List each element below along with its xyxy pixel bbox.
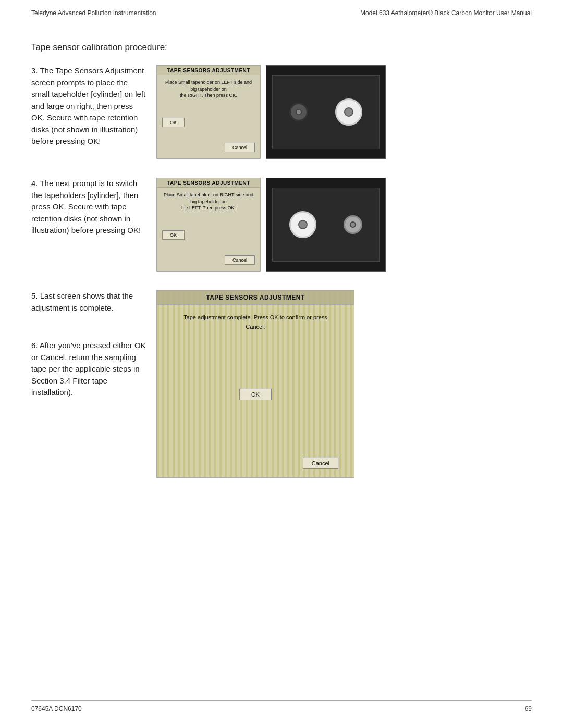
steps-5-6-block: 5. Last screen shows that the adjustment… [31,290,532,478]
step-4-spool-right [344,215,362,234]
step-4-screen: TAPE SENSORS ADJUSTMENT Place Small tape… [156,178,261,272]
step-4-cancel-button[interactable]: Cancel [225,255,255,265]
large-screen-ok-button[interactable]: OK [239,389,272,400]
large-screen-ok-wrapper: OK [167,389,344,400]
large-screen-spacer2 [167,411,344,458]
step-3-photo [266,65,386,159]
step-3-cancel-button[interactable]: Cancel [225,143,255,152]
step-3-images: TAPE SENSORS ADJUSTMENT Place Small tape… [156,65,386,159]
step-4-spool-left [289,211,316,238]
step-4-ok-button[interactable]: OK [162,230,185,240]
step-5-label: 5. Last screen shows that the adjustment… [31,291,133,312]
step-4-label: 4. The next prompt is to switch the tape… [31,179,141,235]
page-header: Teledyne Advanced Pollution Instrumentat… [0,0,563,21]
step-4-block: 4. The next prompt is to switch the tape… [31,178,532,272]
large-screen-message: Tape adjustment complete. Press OK to co… [167,313,344,331]
step-3-screen-buttons: OK [162,118,255,130]
step-4-photo [266,178,386,272]
step-4-screen-message: Place Small tapeholder on RIGHT side and… [162,192,255,212]
large-screen: TAPE SENSORS ADJUSTMENT Tape adjustment … [156,290,354,478]
step-3-block: 3. The Tape Sensors Adjustment screen pr… [31,65,532,159]
step-3-screen-body: Place Small tapeholder on LEFT side and … [157,75,260,158]
footer-right: 69 [525,705,532,712]
header-left: Teledyne Advanced Pollution Instrumentat… [31,9,156,17]
section-title: Tape sensor calibration procedure: [31,42,532,53]
step-3-screen: TAPE SENSORS ADJUSTMENT Place Small tape… [156,65,261,159]
step-3-text: 3. The Tape Sensors Adjustment screen pr… [31,65,146,147]
large-screen-body: Tape adjustment complete. Press OK to co… [157,305,354,477]
main-content: Tape sensor calibration procedure: 3. Th… [0,21,563,530]
step-3-spool-right [335,98,362,126]
header-right: Model 633 Aethalometer® Black Carbon Mon… [360,9,532,17]
footer-left: 07645A DCN6170 [31,705,82,712]
step-3-label: 3. The Tape Sensors Adjustment screen pr… [31,66,145,145]
step-4-screen-title: TAPE SENSORS ADJUSTMENT [157,178,260,188]
step-3-screen-message: Place Small tapeholder on LEFT side and … [162,79,255,99]
step-3-spool-left [289,103,308,121]
step-3-ok-button[interactable]: OK [162,118,185,127]
large-screen-cancel-wrapper: Cancel [167,458,344,469]
step-4-screen-buttons: OK [162,230,255,243]
large-screen-title: TAPE SENSORS ADJUSTMENT [157,291,354,305]
step-4-screen-body: Place Small tapeholder on RIGHT side and… [157,188,260,271]
step-4-images: TAPE SENSORS ADJUSTMENT Place Small tape… [156,178,386,272]
step-6-text: 6. After you've pressed either OK or Can… [31,340,146,399]
step-5-text: 5. Last screen shows that the adjustment… [31,290,146,314]
step-6-label: 6. After you've pressed either OK or Can… [31,341,146,397]
page-footer: 07645A DCN6170 69 [31,700,532,712]
step-3-screen-title: TAPE SENSORS ADJUSTMENT [157,66,260,75]
step-4-equipment [272,188,379,262]
step-4-text: 4. The next prompt is to switch the tape… [31,178,146,237]
step-3-equipment [272,75,379,149]
steps-5-6-text: 5. Last screen shows that the adjustment… [31,290,146,399]
large-screen-spacer [167,342,344,389]
large-screen-cancel-button[interactable]: Cancel [303,458,338,469]
